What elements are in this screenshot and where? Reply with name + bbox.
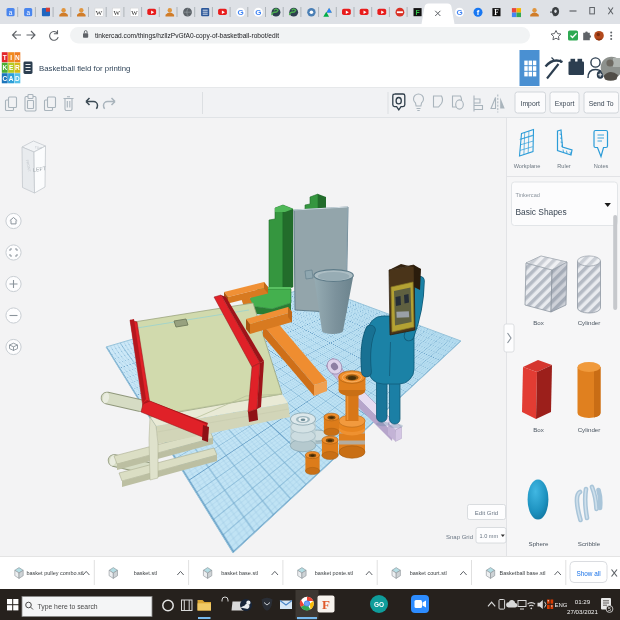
svg-text:basket.stl: basket.stl [134, 570, 157, 576]
svg-text:Box: Box [533, 426, 545, 433]
svg-text:Show all: Show all [576, 570, 600, 577]
svg-text:01:29: 01:29 [575, 598, 591, 605]
svg-text:I: I [10, 54, 12, 61]
svg-text:Export: Export [555, 100, 575, 108]
svg-text:1.0 mm: 1.0 mm [480, 533, 499, 539]
svg-text:Basic Shapes: Basic Shapes [516, 207, 567, 217]
svg-text:Basketball field for printing: Basketball field for printing [39, 64, 130, 73]
svg-text:Scribble: Scribble [578, 540, 601, 547]
svg-text:Cylinder: Cylinder [578, 319, 601, 326]
svg-text:Snap Grid: Snap Grid [446, 534, 473, 540]
svg-text:F: F [322, 597, 330, 612]
svg-text:basket base.stl: basket base.stl [221, 570, 258, 576]
svg-text:basket court.stl: basket court.stl [410, 570, 447, 576]
svg-text:Notes: Notes [594, 163, 609, 169]
svg-text:Tinkercad: Tinkercad [516, 192, 540, 198]
svg-text:tinkercad.com/things/hzIlzPvGf: tinkercad.com/things/hzIlzPvGfA0-copy-of… [95, 32, 279, 40]
svg-text:K: K [2, 64, 7, 71]
svg-text:C: C [2, 75, 7, 82]
svg-text:5: 5 [608, 606, 611, 612]
svg-text:Import: Import [521, 100, 540, 108]
svg-text:N: N [15, 54, 20, 61]
svg-text:ENG: ENG [554, 602, 567, 608]
svg-text:Workplane: Workplane [514, 163, 541, 169]
svg-text:Edit Grid: Edit Grid [475, 510, 498, 516]
svg-text:G: G [237, 8, 243, 17]
svg-text:a: a [26, 9, 30, 16]
svg-text:W: W [113, 9, 120, 16]
svg-text:E: E [9, 64, 14, 71]
svg-text:basket poste.stl: basket poste.stl [315, 570, 353, 576]
svg-text:T: T [3, 54, 7, 61]
svg-text:GO: GO [374, 601, 384, 608]
svg-text:Basketball base.stl: Basketball base.stl [500, 570, 546, 576]
svg-text:G: G [255, 8, 261, 17]
svg-text:R: R [15, 64, 20, 71]
svg-text:G: G [456, 8, 462, 17]
svg-text:W: W [96, 9, 103, 16]
svg-text:Cylinder: Cylinder [578, 426, 601, 433]
svg-text:D: D [15, 75, 20, 82]
svg-text:Box: Box [533, 319, 545, 326]
svg-text:F: F [416, 9, 420, 16]
svg-text:Type here to search: Type here to search [38, 603, 98, 611]
svg-text:A: A [9, 75, 14, 82]
svg-text:Sphere: Sphere [529, 540, 550, 547]
svg-text:F: F [494, 9, 499, 17]
svg-text:basket pulley combo.stl: basket pulley combo.stl [26, 570, 83, 576]
svg-text:Ruler: Ruler [557, 163, 571, 169]
svg-text:Send To: Send To [589, 100, 614, 107]
svg-text:a: a [9, 9, 13, 16]
svg-text:27/03/2021: 27/03/2021 [567, 608, 599, 615]
svg-text:W: W [131, 9, 138, 16]
